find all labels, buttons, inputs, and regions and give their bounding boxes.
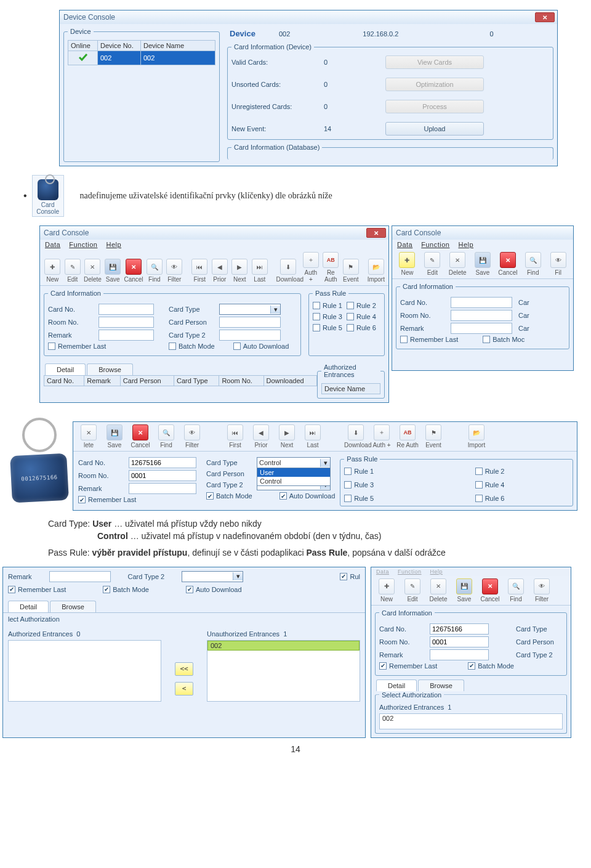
toolbar[interactable]: ✚New ✎Edit ✕Delete 💾Save ✕Cancel 🔍Find 👁… xyxy=(371,576,571,606)
card-console-app-icon[interactable]: Card Console xyxy=(32,175,64,217)
toolbar-last[interactable]: ⏭Last xyxy=(251,259,269,283)
toolbar-edit[interactable]: ✎Edit xyxy=(401,578,424,602)
unauthorized-item-002[interactable]: 002 xyxy=(207,641,360,651)
browse-grid[interactable]: Card No. Remark Card Person Card Type Ro… xyxy=(44,375,317,386)
remember-last-checkbox[interactable]: ✔Remember Last xyxy=(78,496,136,503)
toolbar-auth-plus[interactable]: ＋Auth + xyxy=(370,424,393,448)
remember-last-checkbox[interactable]: Remember Last xyxy=(400,336,458,343)
auto-download-checkbox[interactable]: Auto Download xyxy=(233,343,289,350)
batch-mode-checkbox[interactable]: Batch Mode xyxy=(169,343,215,350)
toolbar-import[interactable]: 📂Import xyxy=(465,424,488,448)
toolbar-download[interactable]: ⬇Download xyxy=(276,259,300,283)
toolbar-next[interactable]: ▶Next xyxy=(231,259,249,283)
toolbar-new[interactable]: ✚New xyxy=(44,259,62,283)
rule-6-checkbox[interactable]: Rule 6 xyxy=(475,495,569,502)
card-type-2-dropdown[interactable]: ▾ xyxy=(182,571,243,582)
toolbar-find[interactable]: 🔍Find xyxy=(521,252,544,276)
remark-input[interactable] xyxy=(451,323,512,334)
room-no-input[interactable] xyxy=(430,636,489,647)
close-icon[interactable]: ✕ xyxy=(535,12,555,22)
toolbar-find[interactable]: 🔍Find xyxy=(504,578,528,602)
rule-5-checkbox[interactable]: Rule 5 xyxy=(313,324,347,331)
rule-3-checkbox[interactable]: Rule 3 xyxy=(344,481,438,489)
menubar[interactable]: Data Function Help xyxy=(392,240,573,249)
rule-2-checkbox[interactable]: Rule 2 xyxy=(347,302,380,309)
toolbar-first[interactable]: ⏮First xyxy=(191,259,209,283)
dd-opt-user[interactable]: User xyxy=(257,468,330,477)
toolbar-cancel[interactable]: ✕Cancel xyxy=(478,578,502,602)
tab-browse[interactable]: Browse xyxy=(87,363,133,375)
remark-input[interactable] xyxy=(430,649,489,660)
card-no-input[interactable] xyxy=(129,457,196,468)
toolbar-new[interactable]: ✚New xyxy=(375,578,398,602)
toolbar-new-highlighted[interactable]: ✚New xyxy=(396,252,419,276)
unauthorized-entrances-list[interactable]: 002 xyxy=(207,640,360,702)
menu-function[interactable]: Function xyxy=(421,241,449,248)
toolbar-reauth[interactable]: ABRe Auth xyxy=(396,424,419,448)
card-console-2-titlebar[interactable]: Card Console xyxy=(392,226,573,240)
rule-5-checkbox[interactable]: Rule 5 xyxy=(344,495,438,502)
move-left-button[interactable]: < xyxy=(175,682,193,696)
toolbar-edit[interactable]: ✎Edit xyxy=(421,252,444,276)
toolbar[interactable]: ✚New ✎Edit ✕Delete 💾Save ✕Cancel 🔍Find 👁… xyxy=(40,249,388,286)
toolbar-event[interactable]: ⚑Event xyxy=(342,259,360,283)
menu-help[interactable]: Help xyxy=(106,241,121,248)
toolbar-first[interactable]: ⏮First xyxy=(223,424,247,448)
menu-function[interactable]: Function xyxy=(69,241,97,248)
toolbar-cancel[interactable]: ✕Cancel xyxy=(124,259,143,283)
batch-mode-checkbox[interactable]: Batch Moc xyxy=(483,336,525,343)
authorized-entrances-list[interactable] xyxy=(8,640,161,702)
toolbar-cancel[interactable]: ✕Cancel xyxy=(129,424,152,448)
menu-help[interactable]: Help xyxy=(458,241,473,248)
tab-detail[interactable]: Detail xyxy=(376,679,417,691)
remark-input[interactable] xyxy=(49,571,111,582)
room-no-input[interactable] xyxy=(98,317,154,328)
process-button[interactable]: Process xyxy=(385,100,484,113)
toolbar-prior[interactable]: ◀Prior xyxy=(211,259,229,283)
auto-download-checkbox[interactable]: ✔Auto Download xyxy=(279,492,336,500)
batch-mode-checkbox[interactable]: ✔Batch Mode xyxy=(103,586,149,593)
card-person-input[interactable] xyxy=(219,317,281,328)
menu-data[interactable]: Data xyxy=(45,241,60,248)
rule-4-checkbox[interactable]: Rule 4 xyxy=(347,313,380,320)
toolbar-event[interactable]: ⚑Event xyxy=(422,424,445,448)
remark-input[interactable] xyxy=(98,330,154,341)
tab-browse[interactable]: Browse xyxy=(418,679,464,691)
card-type-2-input[interactable] xyxy=(219,330,281,341)
auto-download-checkbox[interactable]: ✔Auto Download xyxy=(186,586,242,593)
toolbar-download[interactable]: ⬇Download xyxy=(344,424,368,448)
room-no-input[interactable] xyxy=(451,310,512,321)
rule-6-checkbox[interactable]: Rule 6 xyxy=(347,324,380,331)
toolbar-filter[interactable]: 👁Filter xyxy=(166,259,183,283)
optimization-button[interactable]: Optimization xyxy=(385,78,484,91)
toolbar-save[interactable]: 💾Save xyxy=(103,424,126,448)
toolbar-edit[interactable]: ✎Edit xyxy=(64,259,82,283)
card-type-dropdown-open[interactable]: Control▾ User Control xyxy=(257,457,331,468)
authorized-entrances-list[interactable]: 002 xyxy=(379,713,563,729)
card-no-input[interactable] xyxy=(451,297,512,308)
card-type-select[interactable]: ▾ xyxy=(219,304,281,315)
toolbar-reauth[interactable]: ABRe Auth xyxy=(322,252,340,283)
move-all-left-button[interactable]: << xyxy=(175,662,193,676)
toolbar-find[interactable]: 🔍Find xyxy=(155,424,178,448)
toolbar[interactable]: ✚New ✎Edit ✕Delete 💾Save ✕Cancel 🔍Find 👁… xyxy=(392,249,573,279)
rule-1-checkbox[interactable]: Rule 1 xyxy=(344,468,438,475)
upload-button[interactable]: Upload xyxy=(385,122,484,136)
menubar[interactable]: Data Function Help xyxy=(40,240,388,249)
toolbar-next[interactable]: ▶Next xyxy=(275,424,299,448)
tab-browse[interactable]: Browse xyxy=(50,601,96,612)
tabbar[interactable]: Detail Browse xyxy=(45,363,313,375)
device-row-selected[interactable]: 002 002 xyxy=(68,51,215,65)
toolbar-delete[interactable]: ✕Delete xyxy=(446,252,469,276)
card-no-input[interactable] xyxy=(430,623,489,635)
rule-4-checkbox[interactable]: Rule 4 xyxy=(475,481,569,489)
toolbar-prior[interactable]: ◀Prior xyxy=(249,424,273,448)
tab-detail[interactable]: Detail xyxy=(45,363,86,375)
toolbar-filter[interactable]: 👁Fil xyxy=(547,252,569,276)
batch-mode-checkbox[interactable]: ✔Batch Mode xyxy=(206,492,252,500)
tab-detail[interactable]: Detail xyxy=(8,601,49,612)
toolbar[interactable]: ✕lete 💾Save ✕Cancel 🔍Find 👁Filter ⏮First… xyxy=(73,422,577,452)
toolbar-filter[interactable]: 👁Filter xyxy=(530,578,553,602)
toolbar-last[interactable]: ⏭Last xyxy=(301,424,324,448)
toolbar-save[interactable]: 💾Save xyxy=(472,252,494,276)
